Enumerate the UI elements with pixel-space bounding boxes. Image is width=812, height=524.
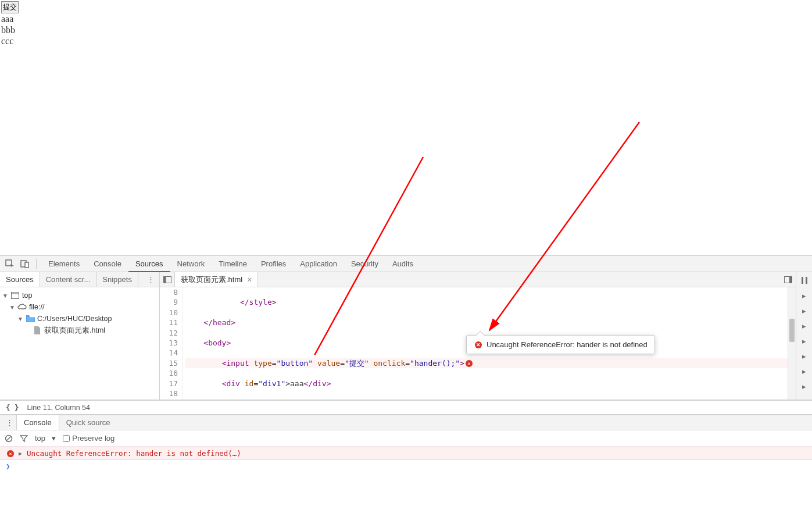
- editor-pane: 获取页面元素.html × 89101112131415161718 </sty…: [160, 272, 796, 400]
- div1-text: aaa: [1, 13, 811, 24]
- div2-text: bbb: [1, 24, 811, 35]
- expand-icon[interactable]: ▸: [796, 380, 812, 392]
- tab-application[interactable]: Application: [293, 256, 344, 272]
- svg-rect-8: [163, 276, 166, 283]
- console-error-row[interactable]: ✕ ▶ Uncaught ReferenceError: hander is n…: [0, 447, 812, 460]
- svg-rect-11: [802, 277, 803, 284]
- tooltip-text: Uncaught ReferenceError: hander is not d…: [487, 340, 648, 349]
- svg-rect-10: [789, 276, 792, 283]
- separator: [36, 259, 37, 269]
- error-tooltip: ✕ Uncaught ReferenceError: hander is not…: [466, 335, 655, 354]
- clear-console-icon[interactable]: [5, 434, 13, 443]
- tree-node-origin[interactable]: ▼ file://: [0, 301, 159, 313]
- tab-elements[interactable]: Elements: [41, 256, 87, 272]
- tab-network[interactable]: Network: [170, 256, 212, 272]
- expand-icon[interactable]: ▶: [19, 450, 22, 457]
- svg-line-14: [6, 436, 11, 441]
- navigator-tabs: Sources Content scr... Snippets ⋮: [0, 272, 159, 287]
- error-icon: ✕: [7, 450, 14, 457]
- navigator-tab-sources[interactable]: Sources: [0, 272, 40, 287]
- devtools-tab-strip: Elements Console Sources Network Timelin…: [41, 256, 420, 272]
- tree-node-file[interactable]: 获取页面元素.html: [0, 325, 159, 336]
- navigator-pane: Sources Content scr... Snippets ⋮ ▼ top …: [0, 272, 160, 400]
- drawer-more-icon[interactable]: ⋮: [2, 418, 16, 427]
- folder-icon: [26, 315, 35, 323]
- cloud-icon: [17, 303, 27, 311]
- page-viewport: aaa bbb ccc: [0, 0, 812, 255]
- expand-icon[interactable]: ▸: [796, 365, 812, 377]
- debugger-sidebar: ▸ ▸ ▸ ▸ ▸ ▸ ▸: [796, 272, 812, 400]
- filter-icon[interactable]: [20, 435, 28, 442]
- line-gutter: 89101112131415161718: [160, 287, 183, 400]
- svg-rect-4: [25, 262, 28, 268]
- expand-icon[interactable]: ▸: [796, 290, 812, 301]
- editor-status-bar: { } Line 11, Column 54: [0, 400, 812, 414]
- expand-icon[interactable]: ▸: [796, 320, 812, 331]
- scrollbar-vertical[interactable]: [788, 287, 796, 400]
- toggle-debugger-icon[interactable]: [781, 276, 796, 283]
- expand-icon[interactable]: ▸: [796, 350, 812, 362]
- console-body: ✕ ▶ Uncaught ReferenceError: hander is n…: [0, 447, 812, 472]
- tab-console[interactable]: Console: [87, 256, 128, 272]
- svg-rect-5: [12, 293, 19, 299]
- toggle-navigator-icon[interactable]: [160, 272, 175, 287]
- cursor-position: Line 11, Column 54: [27, 404, 90, 412]
- error-icon[interactable]: ✕: [466, 360, 473, 367]
- tree-label: top: [22, 291, 32, 300]
- frame-icon: [10, 291, 20, 300]
- editor-tab-label: 获取页面元素.html: [181, 275, 242, 285]
- div3-text: ccc: [1, 35, 811, 47]
- file-tree: ▼ top ▼ file:// ▼ C:/Users/HUC/Desktop 获…: [0, 287, 159, 338]
- chevron-down-icon: ▼: [2, 293, 8, 299]
- chevron-down-icon: ▼: [17, 316, 23, 322]
- device-toggle-icon[interactable]: [19, 258, 31, 270]
- error-icon: ✕: [475, 341, 482, 348]
- close-icon[interactable]: ×: [247, 275, 252, 284]
- expand-icon[interactable]: ▸: [796, 335, 812, 347]
- chevron-down-icon: ▼: [9, 304, 15, 311]
- tab-audits[interactable]: Audits: [385, 256, 420, 272]
- tree-node-top[interactable]: ▼ top: [0, 290, 159, 301]
- drawer: ⋮ Console Quick source top ▾ Preserve lo…: [0, 414, 812, 472]
- file-icon: [33, 326, 42, 334]
- tab-security[interactable]: Security: [344, 256, 385, 272]
- console-prompt[interactable]: ❯: [0, 460, 812, 472]
- inspect-icon[interactable]: [3, 258, 16, 270]
- tree-label: 获取页面元素.html: [44, 326, 105, 336]
- tab-profiles[interactable]: Profiles: [254, 256, 293, 272]
- tree-label: file://: [29, 303, 44, 311]
- editor-tabstrip: 获取页面元素.html ×: [160, 272, 796, 287]
- console-toolbar: top ▾ Preserve log: [0, 430, 812, 447]
- tree-label: C:/Users/HUC/Desktop: [37, 315, 112, 323]
- drawer-tabs: ⋮ Console Quick source: [0, 415, 812, 430]
- tree-node-folder[interactable]: ▼ C:/Users/HUC/Desktop: [0, 313, 159, 325]
- pretty-print-icon[interactable]: { }: [6, 403, 19, 412]
- drawer-tab-quick-source[interactable]: Quick source: [59, 415, 117, 430]
- devtools-panel: Elements Console Sources Network Timelin…: [0, 255, 812, 472]
- drawer-tab-console[interactable]: Console: [16, 415, 59, 430]
- submit-button[interactable]: [1, 1, 19, 13]
- navigator-more-icon[interactable]: ⋮: [142, 272, 159, 287]
- tab-timeline[interactable]: Timeline: [212, 256, 254, 272]
- tab-sources[interactable]: Sources: [128, 256, 170, 272]
- editor-tab-file[interactable]: 获取页面元素.html ×: [175, 272, 258, 287]
- preserve-log-checkbox[interactable]: Preserve log: [63, 434, 115, 443]
- context-selector[interactable]: top ▾: [35, 434, 56, 443]
- navigator-tab-content-scripts[interactable]: Content scr...: [40, 272, 97, 287]
- svg-rect-12: [806, 277, 807, 284]
- navigator-tab-snippets[interactable]: Snippets: [96, 272, 138, 287]
- scrollbar-thumb[interactable]: [789, 319, 795, 342]
- console-error-text: Uncaught ReferenceError: hander is not d…: [27, 449, 241, 458]
- sources-body: Sources Content scr... Snippets ⋮ ▼ top …: [0, 272, 812, 400]
- devtools-toolbar: Elements Console Sources Network Timelin…: [0, 256, 812, 272]
- pause-icon[interactable]: [796, 275, 812, 286]
- expand-icon[interactable]: ▸: [796, 305, 812, 316]
